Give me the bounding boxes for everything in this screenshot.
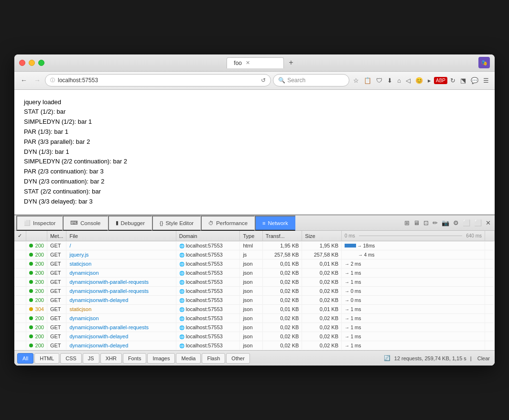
row-status: 200 <box>26 259 47 269</box>
tab-performance[interactable]: ⏱ Performance <box>201 215 255 231</box>
row-method: GET <box>47 296 66 305</box>
new-tab-button[interactable]: + <box>286 57 296 68</box>
clear-button[interactable]: Clear <box>476 355 492 361</box>
menu-btn1[interactable]: ▸ <box>426 76 433 85</box>
maximize-button[interactable] <box>38 60 44 66</box>
filter-html[interactable]: HTML <box>34 353 59 364</box>
filter-all[interactable]: All <box>17 353 33 364</box>
table-row[interactable]: 200 GET dynamicjson 🌐 localhost:57553 js… <box>14 269 495 278</box>
share-icon[interactable]: ⬔ <box>458 76 468 85</box>
row-method: GET <box>47 287 66 296</box>
row-method: GET <box>47 269 66 278</box>
table-row[interactable]: 200 GET jquery.js 🌐 localhost:57553 js 2… <box>14 250 495 259</box>
filter-other[interactable]: Other <box>226 353 250 364</box>
filter-js[interactable]: JS <box>83 353 99 364</box>
table-row[interactable]: 200 GET / 🌐 localhost:57553 html 1,95 KB… <box>14 241 495 250</box>
sync-icon[interactable]: ↻ <box>448 76 457 85</box>
abp-icon[interactable]: ABP <box>434 77 447 84</box>
style-icon: {} <box>160 220 163 226</box>
dock-btn[interactable]: ⬜ <box>472 217 484 228</box>
search-bar[interactable]: 🔍 Search <box>273 74 349 86</box>
row-domain: 🌐 localhost:57553 <box>176 332 240 341</box>
filter-css[interactable]: CSS <box>60 353 82 364</box>
header-check: ✓ <box>14 231 26 241</box>
forward-button[interactable]: → <box>32 75 43 86</box>
back-button[interactable]: ← <box>18 75 30 86</box>
table-row[interactable]: 200 GET dynamicjsonwith-delayed 🌐 localh… <box>14 296 495 305</box>
row-file: dynamicjsonwith-parallel-requests <box>66 278 176 287</box>
table-row[interactable]: 304 GET staticjson 🌐 localhost:57553 jso… <box>14 305 495 314</box>
pencil-btn[interactable]: ✏ <box>431 217 440 228</box>
close-devtools-btn[interactable]: ✕ <box>484 217 493 228</box>
row-timeline: → 1 ms <box>342 341 485 350</box>
filter-media[interactable]: Media <box>176 353 201 364</box>
row-size: 0,02 KB <box>302 278 342 287</box>
row-transfer: 0,02 KB <box>262 287 302 296</box>
tab-style-editor[interactable]: {} Style Editor <box>152 215 201 231</box>
table-row[interactable]: 200 GET dynamicjsonwith-parallel-request… <box>14 323 495 332</box>
page-line: DYN (3/3 delayed): bar 3 <box>24 197 485 207</box>
camera-btn[interactable]: 📷 <box>440 217 451 228</box>
page-line: STAT (1/2): bar <box>24 107 485 117</box>
row-method: GET <box>47 341 66 350</box>
row-file: dynamicjsonwith-delayed <box>66 296 176 305</box>
url-bar[interactable]: ⓘ localhost:57553 ↺ <box>45 74 271 86</box>
tab-close-icon[interactable]: ✕ <box>246 60 250 66</box>
filter-xhr[interactable]: XHR <box>100 353 122 364</box>
hamburger-menu[interactable]: ☰ <box>481 76 491 85</box>
row-type: json <box>240 332 262 341</box>
row-domain: 🌐 localhost:57553 <box>176 296 240 305</box>
row-status: 200 <box>26 296 47 305</box>
tab-console-label: Console <box>80 220 100 226</box>
minimize-button[interactable] <box>29 60 35 66</box>
tab-style-editor-label: Style Editor <box>165 220 194 226</box>
table-row[interactable]: 200 GET dynamicjsonwith-delayed 🌐 localh… <box>14 332 495 341</box>
tab-debugger[interactable]: ▮ Debugger <box>108 215 152 231</box>
shield-icon[interactable]: 🛡 <box>374 76 384 85</box>
table-row[interactable]: 200 GET dynamicjsonwith-parallel-request… <box>14 287 495 296</box>
extension-icon[interactable]: 🎭 <box>478 57 490 68</box>
row-check <box>14 296 26 305</box>
page-line: DYN (2/3 continuation): bar 2 <box>24 177 485 187</box>
filter-images[interactable]: Images <box>147 353 175 364</box>
row-domain: 🌐 localhost:57553 <box>176 287 240 296</box>
row-file: dynamicjsonwith-delayed <box>66 332 176 341</box>
row-timeline: → 18ms <box>342 241 485 250</box>
settings-btn[interactable]: ⚙ <box>451 217 461 228</box>
tab-console[interactable]: ⌨ Console <box>63 215 108 231</box>
close-button[interactable] <box>19 60 25 66</box>
screenshot-btn[interactable]: 🖥 <box>412 217 422 228</box>
table-row[interactable]: 200 GET dynamicjsonwith-parallel-request… <box>14 278 495 287</box>
dock-left-btn[interactable]: ⬜ <box>461 217 472 228</box>
row-type: json <box>240 341 262 350</box>
home-icon[interactable]: ⌂ <box>395 76 403 85</box>
nav-bar: ← → ⓘ localhost:57553 ↺ 🔍 Search ☆ 📋 🛡 ⬇… <box>14 72 495 90</box>
filter-fonts[interactable]: Fonts <box>123 353 147 364</box>
download-icon[interactable]: ⬇ <box>385 76 394 85</box>
row-domain: 🌐 localhost:57553 <box>176 241 240 250</box>
chat-icon[interactable]: 💬 <box>469 76 480 85</box>
split-btn[interactable]: ⊡ <box>422 217 431 228</box>
avatar-icon[interactable]: 😊 <box>413 76 425 85</box>
browser-tab[interactable]: foo ✕ <box>227 57 284 68</box>
table-row[interactable]: 200 GET dynamicjson 🌐 localhost:57553 js… <box>14 314 495 323</box>
tab-inspector[interactable]: ⬜ Inspector <box>16 215 63 231</box>
pocket-icon[interactable]: 📋 <box>362 76 373 85</box>
filter-flash[interactable]: Flash <box>202 353 225 364</box>
row-file: dynamicjsonwith-parallel-requests <box>66 323 176 332</box>
row-method: GET <box>47 278 66 287</box>
back-icon2[interactable]: ◁ <box>404 76 412 85</box>
tab-network[interactable]: ≡ Network <box>255 215 295 231</box>
reload-icon[interactable]: ↺ <box>261 77 266 84</box>
table-row[interactable]: 200 GET dynamicjsonwith-delayed 🌐 localh… <box>14 341 495 350</box>
row-type: json <box>240 305 262 314</box>
row-domain: 🌐 localhost:57553 <box>176 314 240 323</box>
network-table: ✓ Met... File Domain Type Transf... Size… <box>14 231 495 350</box>
responsive-btn[interactable]: ⊞ <box>402 217 412 228</box>
row-check <box>14 269 26 278</box>
row-status: 200 <box>26 323 47 332</box>
page-line: PAR (2/3 continuation): bar 3 <box>24 167 485 177</box>
row-type: json <box>240 259 262 269</box>
table-row[interactable]: 200 GET staticjson 🌐 localhost:57553 jso… <box>14 259 495 269</box>
bookmark-icon[interactable]: ☆ <box>351 76 361 85</box>
